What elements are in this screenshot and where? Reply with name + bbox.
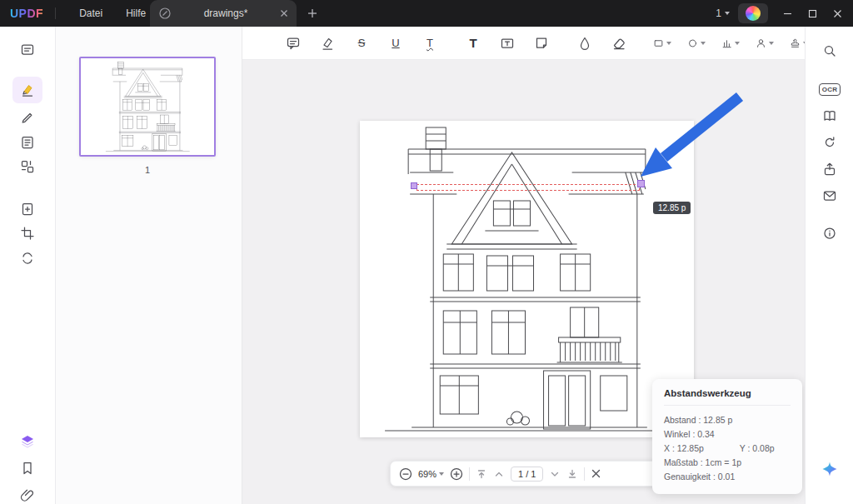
sidebar-item-layers[interactable] xyxy=(12,428,42,455)
divider xyxy=(664,405,791,406)
chevron-down-icon xyxy=(725,12,730,15)
house-elevation-drawing xyxy=(360,121,694,437)
squiggly-underline-icon: T xyxy=(426,37,433,48)
bar-chart-icon xyxy=(721,36,732,51)
window-count-dropdown[interactable]: 1 xyxy=(707,7,738,19)
crop-icon xyxy=(20,226,35,241)
sidebar-item-organize-pages[interactable] xyxy=(12,153,42,180)
tab-close-icon[interactable] xyxy=(280,9,288,17)
sidebar-item-crop[interactable] xyxy=(12,220,42,247)
info-button[interactable] xyxy=(815,220,845,247)
sidebar-item-bookmark[interactable] xyxy=(12,455,42,482)
layers-icon xyxy=(20,434,35,449)
maximize-button[interactable] xyxy=(800,0,825,27)
scale-row: Maßstab : 1cm = 1p xyxy=(664,456,791,470)
edit-pencil-icon xyxy=(20,110,35,125)
zoom-in-button[interactable] xyxy=(450,467,463,481)
previous-page-button[interactable] xyxy=(493,468,505,480)
thumbnail-page-number: 1 xyxy=(79,165,216,175)
xy-row: X : 12.85p Y : 0.08p xyxy=(664,442,791,456)
sidebar-item-edit[interactable] xyxy=(12,104,42,131)
highlighter-icon xyxy=(20,82,35,97)
sidebar-item-comment[interactable] xyxy=(12,77,42,103)
mail-icon xyxy=(822,188,837,203)
share-button[interactable] xyxy=(815,156,845,182)
sidebar-item-insert-page[interactable] xyxy=(12,196,42,222)
organize-pages-icon xyxy=(20,159,35,174)
sticky-note-icon xyxy=(534,36,549,51)
page-plus-icon xyxy=(20,202,35,217)
add-text-tool-button[interactable]: T xyxy=(461,32,485,55)
person-icon xyxy=(756,36,766,51)
y-value: Y : 0.08p xyxy=(740,443,775,453)
chevron-down-icon[interactable] xyxy=(701,42,706,45)
sidebar-item-annotation-panel[interactable] xyxy=(12,37,42,63)
read-mode-button[interactable] xyxy=(815,102,845,129)
tab-label: drawings* xyxy=(172,7,280,19)
first-page-button[interactable] xyxy=(476,468,487,480)
squiggly-tool-button[interactable]: T xyxy=(418,32,441,55)
share-icon xyxy=(822,162,837,177)
chevron-down-icon xyxy=(439,472,444,476)
measure-tooltip: 12.85 p xyxy=(653,202,691,214)
new-tab-button[interactable] xyxy=(305,6,320,21)
account-button[interactable] xyxy=(738,3,768,23)
sticky-note-tool-button[interactable] xyxy=(530,32,553,55)
avatar xyxy=(746,6,761,21)
info-icon xyxy=(822,226,837,241)
chevron-down-icon[interactable] xyxy=(769,42,774,45)
annotation-panel-icon xyxy=(20,42,35,57)
zoom-out-button[interactable] xyxy=(399,467,412,481)
chevron-down-icon[interactable] xyxy=(666,42,671,45)
pdf-page: 12.85 p xyxy=(360,121,694,437)
rectangle-shape-button[interactable] xyxy=(651,32,674,55)
signature-tool-button[interactable] xyxy=(753,32,776,55)
measure-handle-left[interactable] xyxy=(411,182,417,189)
convert-arrows-icon xyxy=(20,251,35,266)
last-page-button[interactable] xyxy=(566,468,578,480)
strikethrough-icon: S xyxy=(358,37,366,48)
zoom-level-dropdown[interactable]: 69% xyxy=(418,469,444,479)
mail-button[interactable] xyxy=(815,182,845,209)
menu-datei[interactable]: Datei xyxy=(67,7,114,19)
close-icon xyxy=(833,9,842,18)
ai-assistant-button[interactable] xyxy=(815,456,845,482)
ocr-icon: OCR xyxy=(819,83,841,96)
x-value: X : 12.85p xyxy=(664,442,737,456)
search-button[interactable] xyxy=(815,37,845,64)
page-indicator[interactable]: 1 / 1 xyxy=(511,467,543,482)
strikethrough-tool-button[interactable]: S xyxy=(350,32,373,55)
shapes-button[interactable] xyxy=(685,32,708,55)
underline-tool-button[interactable]: U xyxy=(384,32,407,55)
eraser-tool-button[interactable] xyxy=(607,32,631,55)
titlebar-divider xyxy=(55,7,56,19)
ocr-button[interactable]: OCR xyxy=(815,76,845,102)
ink-tool-button[interactable] xyxy=(573,32,596,55)
tab-drawings[interactable]: drawings* xyxy=(150,0,297,27)
measure-handle-right[interactable] xyxy=(637,180,645,187)
book-icon xyxy=(822,108,837,123)
ink-drop-icon xyxy=(577,36,592,51)
close-zoombar-button[interactable] xyxy=(591,468,601,479)
titlebar: UPDF Datei Hilfe drawings* 1 xyxy=(0,0,853,27)
chevron-down-icon[interactable] xyxy=(735,42,740,45)
comment-tool-button[interactable] xyxy=(282,32,305,55)
sidebar-item-attachment[interactable] xyxy=(12,482,42,504)
sidebar-item-fill-sign[interactable] xyxy=(12,129,42,156)
sidebar-item-convert[interactable] xyxy=(12,245,42,272)
page-thumbnail[interactable] xyxy=(79,57,216,157)
minimize-button[interactable] xyxy=(775,0,800,27)
ai-sparkle-icon xyxy=(821,461,838,477)
chart-tool-button[interactable] xyxy=(719,32,742,55)
maximize-icon xyxy=(808,9,817,18)
next-page-button[interactable] xyxy=(549,468,561,480)
text-box-tool-button[interactable] xyxy=(496,32,519,55)
rotate-button[interactable] xyxy=(815,129,845,156)
highlight-tool-button[interactable] xyxy=(316,32,339,55)
thumbnail-panel: 1 xyxy=(55,27,242,504)
updf-window: UPDF Datei Hilfe drawings* 1 xyxy=(0,0,853,504)
close-window-button[interactable] xyxy=(825,0,850,27)
tab-document-icon xyxy=(158,7,172,20)
angle-row: Winkel : 0.34 xyxy=(664,427,791,442)
search-icon xyxy=(822,43,837,58)
